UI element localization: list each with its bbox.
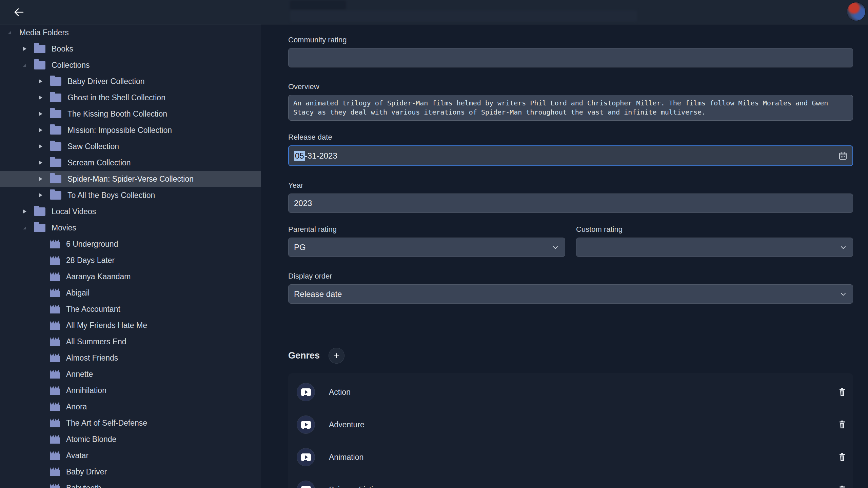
expander-spacer bbox=[39, 451, 47, 460]
delete-genre-button[interactable] bbox=[838, 420, 846, 429]
folder-icon bbox=[50, 126, 61, 135]
tree-item-collection[interactable]: Ghost in the Shell Collection bbox=[0, 89, 261, 106]
custom-rating-select[interactable] bbox=[576, 238, 853, 257]
tree-item-collection[interactable]: The Kissing Booth Collection bbox=[0, 106, 261, 122]
top-app-bar bbox=[0, 0, 868, 24]
obscured-scrolled-content bbox=[290, 1, 346, 9]
tree-item-media-folders[interactable]: Media Folders bbox=[0, 24, 261, 41]
expander-closed-icon[interactable] bbox=[39, 191, 47, 199]
tree-item-movie[interactable]: Babyteeth bbox=[0, 480, 261, 488]
expander-closed-icon[interactable] bbox=[39, 126, 47, 134]
movie-icon bbox=[50, 337, 60, 346]
tree-item-movies[interactable]: Movies bbox=[0, 220, 261, 236]
smart-display-icon bbox=[301, 388, 311, 396]
movie-icon bbox=[50, 370, 60, 379]
obscured-scrolled-content bbox=[290, 10, 637, 22]
smart-display-icon bbox=[301, 453, 311, 461]
folder-icon bbox=[34, 45, 45, 53]
release-date-input[interactable]: 05-31-2023 bbox=[288, 145, 853, 166]
tree-item-movie[interactable]: Aaranya Kaandam bbox=[0, 268, 261, 285]
genre-list-item[interactable]: Adventure bbox=[288, 408, 853, 441]
genre-list-item[interactable]: Action bbox=[288, 376, 853, 408]
movie-icon bbox=[50, 240, 60, 248]
tree-item-movie[interactable]: The Art of Self-Defense bbox=[0, 415, 261, 431]
display-order-group: Display order Release date bbox=[288, 272, 853, 304]
tree-item-movie[interactable]: 28 Days Later bbox=[0, 252, 261, 268]
tree-item-movie[interactable]: All My Friends Hate Me bbox=[0, 317, 261, 333]
calendar-icon[interactable] bbox=[838, 151, 848, 161]
tree-item-movie[interactable]: Anora bbox=[0, 399, 261, 415]
expander-closed-icon[interactable] bbox=[39, 94, 47, 102]
expander-closed-icon[interactable] bbox=[39, 142, 47, 150]
expander-closed-icon[interactable] bbox=[39, 175, 47, 183]
display-order-value: Release date bbox=[294, 289, 342, 299]
movie-icon bbox=[50, 419, 60, 427]
tree-item-label: Baby Driver Collection bbox=[67, 77, 145, 86]
tree-item-movie[interactable]: Baby Driver bbox=[0, 464, 261, 480]
expander-spacer bbox=[39, 468, 47, 476]
tree-item-collection[interactable]: Saw Collection bbox=[0, 138, 261, 155]
tree-item-label: Almost Friends bbox=[66, 353, 118, 363]
folder-icon bbox=[50, 77, 61, 86]
parental-rating-select[interactable]: PG bbox=[288, 238, 565, 257]
tree-item-label: Local Videos bbox=[52, 207, 96, 216]
expander-closed-icon[interactable] bbox=[23, 45, 31, 53]
genre-list-item[interactable]: Science Fiction bbox=[288, 473, 853, 488]
expander-open-icon[interactable] bbox=[23, 224, 31, 232]
tree-item-collection[interactable]: Baby Driver Collection bbox=[0, 73, 261, 89]
expander-closed-icon[interactable] bbox=[39, 110, 47, 118]
expander-closed-icon[interactable] bbox=[39, 159, 47, 167]
add-genre-button[interactable]: + bbox=[329, 348, 344, 364]
expander-closed-icon[interactable] bbox=[39, 77, 47, 85]
folder-icon bbox=[50, 142, 61, 151]
expander-spacer bbox=[39, 419, 47, 427]
tree-item-movie[interactable]: Annihilation bbox=[0, 382, 261, 399]
expander-open-icon[interactable] bbox=[23, 61, 31, 69]
tree-item-collection[interactable]: Scream Collection bbox=[0, 155, 261, 171]
media-folders-tree: Media Folders Books Collections Baby Dri… bbox=[0, 24, 261, 488]
tree-item-movie[interactable]: Avatar bbox=[0, 447, 261, 464]
delete-genre-button[interactable] bbox=[838, 452, 846, 462]
community-rating-label: Community rating bbox=[288, 36, 853, 44]
community-rating-input[interactable] bbox=[288, 48, 853, 67]
tree-item-local-videos[interactable]: Local Videos bbox=[0, 203, 261, 220]
custom-rating-group: Custom rating bbox=[576, 225, 853, 257]
folder-icon bbox=[34, 224, 45, 232]
tree-item-books[interactable]: Books bbox=[0, 41, 261, 57]
tree-item-movie[interactable]: Annette bbox=[0, 366, 261, 382]
tree-item-movie[interactable]: All Summers End bbox=[0, 333, 261, 350]
genre-avatar bbox=[297, 416, 315, 433]
genre-avatar bbox=[297, 383, 315, 401]
expander-spacer bbox=[39, 305, 47, 313]
display-order-select[interactable]: Release date bbox=[288, 284, 853, 304]
tree-item-collection[interactable]: Mission: Impossible Collection bbox=[0, 122, 261, 138]
tree-item-label: Avatar bbox=[66, 451, 88, 460]
overview-textarea[interactable]: An animated trilogy of Spider-Man films … bbox=[288, 95, 853, 121]
user-avatar[interactable] bbox=[847, 2, 865, 21]
tree-item-collections[interactable]: Collections bbox=[0, 57, 261, 73]
tree-item-movie[interactable]: Atomic Blonde bbox=[0, 431, 261, 447]
year-group: Year bbox=[288, 181, 853, 213]
tree-item-movie[interactable]: Abigail bbox=[0, 285, 261, 301]
back-button[interactable] bbox=[12, 6, 26, 18]
tree-item-movie[interactable]: 6 Underground bbox=[0, 236, 261, 252]
year-input[interactable] bbox=[288, 194, 853, 213]
delete-genre-button[interactable] bbox=[838, 387, 846, 397]
parental-rating-label: Parental rating bbox=[288, 225, 565, 234]
tree-item-label: Mission: Impossible Collection bbox=[67, 126, 172, 135]
chevron-down-icon bbox=[551, 243, 559, 251]
chevron-down-icon bbox=[839, 290, 847, 298]
folder-icon bbox=[34, 207, 45, 216]
expander-closed-icon[interactable] bbox=[23, 207, 31, 216]
expander-open-icon[interactable] bbox=[8, 28, 16, 37]
expander-spacer bbox=[39, 370, 47, 378]
tree-item-movie[interactable]: Almost Friends bbox=[0, 350, 261, 366]
genre-list-item[interactable]: Animation bbox=[288, 441, 853, 473]
date-selected-segment: 05 bbox=[294, 151, 305, 161]
smart-display-icon bbox=[301, 486, 311, 488]
tree-item-collection[interactable]: To All the Boys Collection bbox=[0, 187, 261, 203]
tree-item-movie[interactable]: The Accountant bbox=[0, 301, 261, 317]
delete-genre-button[interactable] bbox=[838, 485, 846, 488]
tree-item-collection-selected[interactable]: Spider-Man: Spider-Verse Collection bbox=[0, 171, 261, 187]
overview-group: Overview An animated trilogy of Spider-M… bbox=[288, 82, 853, 121]
